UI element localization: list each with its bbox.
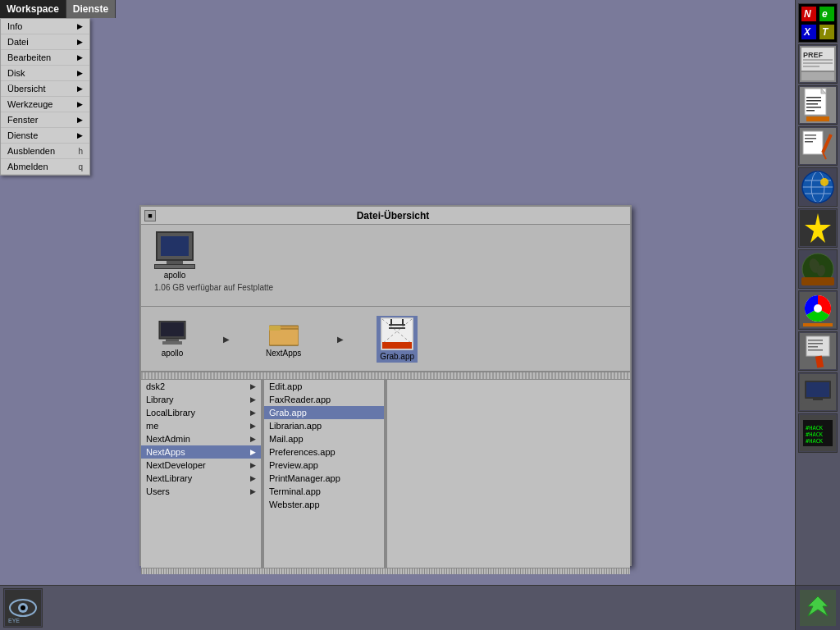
menubar: Workspace Dienste [0, 0, 116, 18]
globe-icon[interactable] [798, 167, 838, 207]
dropdown-item-abmelden[interactable]: Abmeldenq [1, 159, 89, 175]
svg-point-38 [820, 178, 829, 186]
dropdown-item-datei[interactable]: Datei▶ [1, 34, 89, 50]
eye-icon-bottom[interactable]: EYE [3, 588, 43, 628]
svg-rect-28 [805, 138, 816, 139]
dropdown-item-ausblenden[interactable]: Ausblendenh [1, 144, 89, 159]
svg-rect-79 [269, 329, 299, 345]
svg-rect-56 [808, 349, 823, 351]
svg-rect-62 [813, 399, 823, 400]
svg-rect-19 [806, 97, 821, 98]
dropdown-menu: Info▶Datei▶Bearbeiten▶Disk▶Übersicht▶Wer… [0, 18, 90, 176]
screen [161, 236, 189, 256]
svg-point-49 [814, 304, 822, 313]
col2-item[interactable]: FaxReader.app [264, 393, 384, 406]
col1-item[interactable]: NextApps▶ [141, 445, 261, 459]
svg-rect-87 [390, 319, 392, 326]
file-content-top: apollo 1.06 GB verfügbar auf Festplatte [141, 225, 630, 307]
svg-rect-60 [806, 382, 829, 397]
svg-rect-50 [803, 323, 833, 326]
dropdown-item-werkzeuge[interactable]: Werkzeuge▶ [1, 97, 89, 112]
base [154, 264, 195, 269]
nav-arrow-2: ▶ [337, 335, 344, 344]
col2-item[interactable]: Terminal.app [264, 485, 384, 498]
columns-panel: dsk2▶Library▶LocalLibrary▶me▶NextAdmin▶N… [141, 379, 630, 568]
svg-rect-89 [382, 342, 412, 349]
svg-rect-29 [805, 141, 813, 143]
bottombar: EYE [0, 585, 795, 630]
svg-rect-13 [803, 62, 833, 64]
svg-rect-86 [389, 327, 405, 329]
svg-text:N: N [804, 8, 811, 20]
col-panel-3 [387, 380, 630, 568]
col1-item[interactable]: Users▶ [141, 485, 261, 498]
col1-item[interactable]: NextAdmin▶ [141, 432, 261, 445]
svg-rect-14 [803, 66, 819, 67]
hscroll-bar[interactable] [141, 568, 630, 574]
col-panel-1: dsk2▶Library▶LocalLibrary▶me▶NextAdmin▶N… [141, 380, 264, 568]
separator [141, 372, 630, 379]
col2-item[interactable]: Grab.app [264, 406, 384, 419]
svg-text:#HACK: #HACK [806, 438, 824, 445]
write-icon[interactable] [798, 126, 838, 166]
workspace-menu[interactable]: Workspace [0, 0, 66, 18]
window-title: Datei-Übersicht [159, 210, 627, 221]
close-button[interactable]: ■ [144, 210, 156, 221]
dropdown-item-dienste[interactable]: Dienste▶ [1, 128, 89, 144]
apollo-icon[interactable]: apollo [154, 319, 190, 359]
dienste-label: Dienste [73, 3, 108, 15]
col2-item[interactable]: Preferences.app [264, 445, 384, 459]
col1-item[interactable]: NextDeveloper▶ [141, 459, 261, 472]
col1-item[interactable]: dsk2▶ [141, 380, 261, 393]
dock: N e X T PREF [795, 0, 840, 630]
nextapps-icon[interactable]: NextApps [262, 319, 304, 359]
workspace-label: Workspace [7, 3, 59, 15]
computer-icon[interactable]: apollo [154, 231, 195, 280]
recycle-bin[interactable] [795, 585, 840, 630]
svg-text:X: X [803, 26, 811, 38]
dropdown-item-info[interactable]: Info▶ [1, 19, 89, 34]
next-logo-icon[interactable]: N e X T [798, 3, 838, 43]
svg-rect-24 [806, 116, 829, 121]
col2-item[interactable]: Webster.app [264, 498, 384, 511]
col1-item[interactable]: Library▶ [141, 393, 261, 406]
document-icon[interactable] [798, 85, 838, 125]
monitor [156, 231, 194, 261]
svg-text:e: e [822, 8, 828, 20]
earth-icon[interactable] [798, 249, 838, 289]
svg-rect-27 [805, 135, 816, 136]
dropdown-item-disk[interactable]: Disk▶ [1, 66, 89, 81]
hscroll-thumb[interactable] [141, 568, 630, 574]
svg-text:#HACK: #HACK [806, 425, 824, 431]
computer-label: apollo [164, 271, 186, 280]
nav-arrow-1: ▶ [223, 335, 230, 344]
icon-row: apollo ▶ NextApps ▶ [141, 307, 630, 372]
svg-rect-76 [166, 339, 179, 341]
dropdown-item-fenster[interactable]: Fenster▶ [1, 112, 89, 128]
col2-item[interactable]: Preview.app [264, 459, 384, 472]
col1-item[interactable]: me▶ [141, 419, 261, 432]
star-icon[interactable] [798, 208, 838, 248]
terminal-icon[interactable]: #HACK #HACK #HACK [798, 413, 838, 453]
col2-item[interactable]: Edit.app [264, 380, 384, 393]
col2-item[interactable]: PrintManager.app [264, 472, 384, 485]
col-panel-2: Edit.appFaxReader.appGrab.appLibrarian.a… [264, 380, 387, 568]
disk-info: 1.06 GB verfügbar auf Festplatte [154, 283, 273, 292]
pen-tool-icon[interactable] [798, 331, 838, 371]
col1-item[interactable]: NextLibrary▶ [141, 472, 261, 485]
preferences-icon[interactable]: PREF [798, 44, 838, 84]
svg-rect-12 [803, 59, 833, 61]
svg-rect-53 [808, 340, 823, 341]
grab-app-icon[interactable]: Grab.app [377, 316, 418, 363]
col2-item[interactable]: Mail.app [264, 432, 384, 445]
dropdown-item-übersicht[interactable]: Übersicht▶ [1, 81, 89, 97]
dienste-menu[interactable]: Dienste [66, 0, 116, 18]
file-titlebar: ■ Datei-Übersicht [141, 207, 630, 225]
svg-rect-75 [161, 322, 184, 336]
svg-rect-77 [162, 341, 182, 345]
col1-item[interactable]: LocalLibrary▶ [141, 406, 261, 419]
dropdown-item-bearbeiten[interactable]: Bearbeiten▶ [1, 50, 89, 66]
color-wheel-icon[interactable] [798, 290, 838, 330]
col2-item[interactable]: Librarian.app [264, 419, 384, 432]
laptop-icon[interactable] [798, 372, 838, 412]
